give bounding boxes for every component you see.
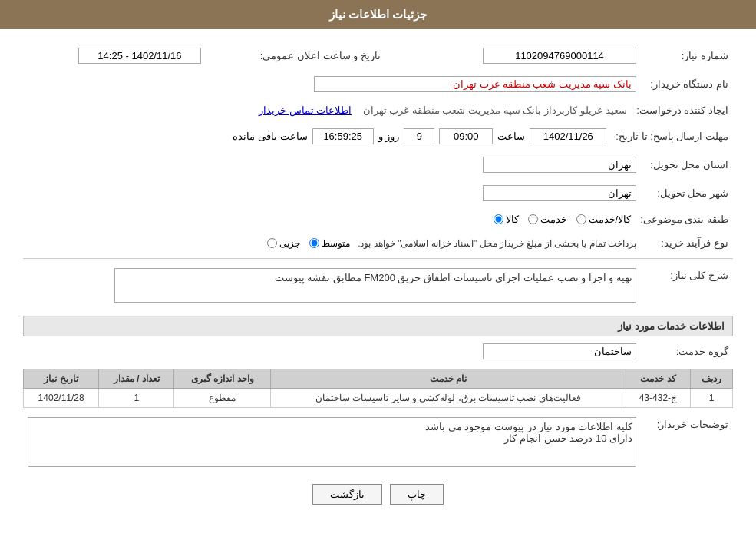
buyer-notes-table: توضیحات خریدار: کلیه اطلاعات مورد نیاز د…: [23, 414, 733, 472]
divider-1: [23, 258, 733, 259]
content-area: شماره نیاز: تاریخ و ساعت اعلان عمومی: نا…: [0, 41, 756, 512]
services-section-title: اطلاعات خدمات مورد نیاز: [23, 316, 733, 336]
buyer-name-input[interactable]: [314, 76, 636, 92]
category-option-goods-services: کالا/خدمت: [576, 214, 632, 225]
province-table: استان محل تحویل:: [23, 154, 733, 176]
col-header-unit: واحد اندازه گیری: [174, 369, 271, 389]
service-group-cell: [23, 340, 641, 363]
col-header-row: ردیف: [691, 369, 733, 389]
category-radio-service[interactable]: [528, 214, 538, 224]
buyer-notes-label: توضیحات خریدار:: [641, 414, 733, 472]
buyer-notes-textarea[interactable]: کلیه اطلاعات مورد نیاز در پیوست موجود می…: [28, 417, 636, 467]
description-label: شرح کلی نیاز:: [641, 265, 733, 308]
announce-datetime-label: تاریخ و ساعت اعلان عمومی:: [206, 45, 385, 67]
days-label: روز و: [378, 131, 400, 142]
deadline-cell: ساعت روز و ساعت باقی مانده: [23, 125, 611, 147]
buyer-name-label: نام دستگاه خریدار:: [641, 73, 733, 95]
buyer-name-cell: [23, 73, 641, 95]
city-table: شهر محل تحویل:: [23, 182, 733, 204]
description-cell: تهیه و اجرا و نصب عملیات اجرای تاسیسات ا…: [23, 265, 641, 308]
category-option-service: خدمت: [528, 214, 567, 225]
col-header-name: نام خدمت: [271, 369, 626, 389]
category-table: طبقه بندی موضوعی: کالا/خدمت خدمت کالا: [23, 210, 733, 228]
contact-link[interactable]: اطلاعات تماس خریدار: [259, 104, 352, 116]
category-cell: کالا/خدمت خدمت کالا: [23, 210, 636, 228]
page-title: جزئیات اطلاعات نیاز: [329, 8, 427, 21]
process-note: پرداخت تمام یا بخشی از مبلغ خریداز محل "…: [358, 238, 636, 249]
need-number-input[interactable]: [483, 48, 636, 64]
process-row: پرداخت تمام یا بخشی از مبلغ خریداز محل "…: [28, 238, 636, 249]
buyer-notes-cell: کلیه اطلاعات مورد نیاز در پیوست موجود می…: [23, 414, 641, 472]
col-header-date: تاریخ نیاز: [24, 369, 99, 389]
service-code: ج-432-43: [626, 389, 691, 408]
province-cell: [23, 154, 641, 176]
description-table: شرح کلی نیاز: تهیه و اجرا و نصب عملیات ا…: [23, 265, 733, 308]
service-quantity: 1: [99, 389, 174, 408]
buttons-row: چاپ بازگشت: [23, 484, 733, 505]
category-service-label: خدمت: [540, 214, 567, 225]
col-header-code: کد خدمت: [626, 369, 691, 389]
category-goods-services-label: کالا/خدمت: [589, 214, 632, 225]
row-number: 1: [691, 389, 733, 408]
page-header: جزئیات اطلاعات نیاز: [0, 0, 756, 29]
reply-time-input[interactable]: [439, 128, 493, 144]
time-label: ساعت: [497, 131, 525, 142]
process-radio-partial[interactable]: [267, 238, 277, 248]
announce-datetime-cell: [23, 45, 206, 67]
city-label: شهر محل تحویل:: [641, 182, 733, 204]
back-button[interactable]: بازگشت: [312, 484, 382, 505]
reply-days-input[interactable]: [404, 128, 434, 144]
service-group-table: گروه خدمت:: [23, 340, 733, 363]
print-button[interactable]: چاپ: [390, 484, 444, 505]
deadline-table: مهلت ارسال پاسخ: تا تاریخ: ساعت روز و سا…: [23, 125, 733, 147]
top-info-table: شماره نیاز: تاریخ و ساعت اعلان عمومی:: [23, 45, 733, 67]
need-number-label: شماره نیاز:: [641, 45, 733, 67]
process-radio-medium[interactable]: [309, 238, 319, 248]
process-table: نوع فرآیند خرید: پرداخت تمام یا بخشی از …: [23, 234, 733, 252]
services-table: ردیف کد خدمت نام خدمت واحد اندازه گیری ت…: [23, 369, 733, 408]
creator-label: ایجاد کننده درخواست:: [632, 101, 733, 119]
process-radio-group: متوسط جزیی: [267, 238, 350, 249]
service-group-label: گروه خدمت:: [641, 340, 733, 363]
announce-datetime-input[interactable]: [78, 48, 201, 64]
reply-hours-input[interactable]: [312, 128, 374, 144]
process-partial-label: جزیی: [279, 238, 300, 249]
need-number-cell: [416, 45, 641, 67]
process-option-partial: جزیی: [267, 238, 300, 249]
page-container: جزئیات اطلاعات نیاز شماره نیاز: تاریخ و …: [0, 0, 756, 540]
service-group-input[interactable]: [483, 343, 636, 359]
description-textarea[interactable]: تهیه و اجرا و نصب عملیات اجرای تاسیسات ا…: [114, 268, 636, 303]
table-row: 1 ج-432-43 فعالیت‌های نصب تاسیسات برق، ل…: [24, 389, 733, 408]
creator-info-table: ایجاد کننده درخواست: سعید عریلو کاربرداز…: [23, 101, 733, 119]
col-header-quantity: تعداد / مقدار: [99, 369, 174, 389]
reply-date-input[interactable]: [530, 128, 606, 144]
remaining-label: ساعت باقی مانده: [233, 131, 307, 142]
category-radio-group: کالا/خدمت خدمت کالا: [494, 214, 632, 225]
province-input[interactable]: [483, 157, 636, 173]
category-radio-goods-services[interactable]: [576, 214, 586, 224]
service-unit: مقطوع: [174, 389, 271, 408]
process-medium-label: متوسط: [322, 238, 350, 249]
province-label: استان محل تحویل:: [641, 154, 733, 176]
city-cell: [23, 182, 641, 204]
process-option-medium: متوسط: [309, 238, 350, 249]
category-radio-goods[interactable]: [494, 214, 503, 224]
service-name: فعالیت‌های نصب تاسیسات برق، لوله‌کشی و س…: [271, 389, 626, 408]
creator-cell: سعید عریلو کاربرداز بانک سپه مدیریت شعب …: [23, 101, 632, 119]
creator-value: سعید عریلو کاربرداز بانک سپه مدیریت شعب …: [363, 104, 628, 116]
process-cell: پرداخت تمام یا بخشی از مبلغ خریداز محل "…: [23, 234, 641, 252]
process-label: نوع فرآیند خرید:: [641, 234, 733, 252]
category-goods-label: کالا: [506, 214, 519, 225]
service-date: 1402/11/28: [24, 389, 99, 408]
buyer-info-table: نام دستگاه خریدار:: [23, 73, 733, 95]
city-input[interactable]: [483, 185, 636, 201]
category-label: طبقه بندی موضوعی:: [636, 210, 733, 228]
category-option-goods: کالا: [494, 214, 519, 225]
reply-deadline-label: مهلت ارسال پاسخ: تا تاریخ:: [611, 125, 733, 147]
